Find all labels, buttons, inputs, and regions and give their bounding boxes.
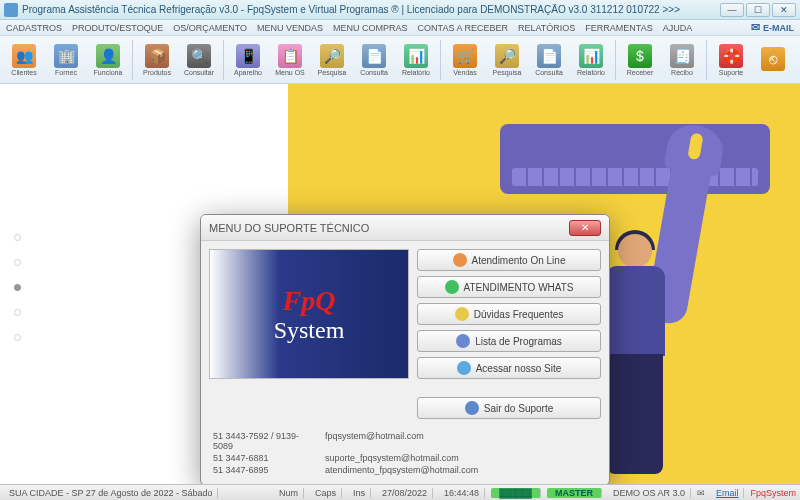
fornec-icon: 🏢 xyxy=(54,44,78,68)
menu-relat-rios[interactable]: RELATÓRIOS xyxy=(518,23,575,33)
toolbar-label: Vendas xyxy=(453,69,476,76)
slide-dot[interactable] xyxy=(14,234,21,241)
menu-ajuda[interactable]: AJUDA xyxy=(663,23,693,33)
slide-indicator[interactable] xyxy=(14,234,21,341)
atend-whats-button[interactable]: ATENDIMENTO WHATS xyxy=(417,276,601,298)
toolbar-label: Recibo xyxy=(671,69,693,76)
toolbar-separator xyxy=(132,40,133,80)
status-brand: FpqSystem xyxy=(750,488,796,498)
status-location: SUA CIDADE - SP 27 de Agosto de 2022 - S… xyxy=(4,488,218,498)
toolbar-pesquisa[interactable]: 🔎Pesquisa xyxy=(312,38,352,82)
atend-whats-icon xyxy=(445,280,459,294)
toolbar-consulta2[interactable]: 📄Consulta xyxy=(529,38,569,82)
toolbar-label: Pesquisa xyxy=(318,69,347,76)
duvidas-button[interactable]: Dúvidas Frequentes xyxy=(417,303,601,325)
fpqsystem-logo: FpQ System xyxy=(209,249,409,379)
menu-produto-estoque[interactable]: PRODUTO/ESTOQUE xyxy=(72,23,163,33)
minimize-button[interactable]: — xyxy=(720,3,744,17)
toolbar-sair[interactable]: ⎋ xyxy=(753,38,793,82)
status-email-link[interactable]: Email xyxy=(711,488,745,498)
atend-online-button[interactable]: Atendimento On Line xyxy=(417,249,601,271)
toolbar-fornec[interactable]: 🏢Fornec xyxy=(46,38,86,82)
toolbar-consulta[interactable]: 📄Consulta xyxy=(354,38,394,82)
duvidas-icon xyxy=(455,307,469,321)
consulta2-icon: 📄 xyxy=(537,44,561,68)
toolbar-aparelho[interactable]: 📱Aparelho xyxy=(228,38,268,82)
toolbar-consultar[interactable]: 🔍Consultar xyxy=(179,38,219,82)
toolbar-label: Clientes xyxy=(11,69,36,76)
receber-icon: $ xyxy=(628,44,652,68)
lista-prog-button[interactable]: Lista de Programas xyxy=(417,330,601,352)
button-label: Sair do Suporte xyxy=(484,403,554,414)
email-icon: ✉ xyxy=(697,488,705,498)
app-icon xyxy=(4,3,18,17)
toolbar-vendas[interactable]: 🛒Vendas xyxy=(445,38,485,82)
toolbar-label: Fornec xyxy=(55,69,77,76)
toolbar-label: Relatório xyxy=(577,69,605,76)
toolbar-label: Menu OS xyxy=(275,69,305,76)
slide-dot-active[interactable] xyxy=(14,284,21,291)
vendas-icon: 🛒 xyxy=(453,44,477,68)
contact-phone: 51 3447-6895 xyxy=(213,465,313,475)
sair-suporte-button[interactable]: Sair do Suporte xyxy=(417,397,601,419)
support-contacts: 51 3443-7592 / 9139-5089fpqsystem@hotmai… xyxy=(201,427,609,484)
toolbar-label: Aparelho xyxy=(234,69,262,76)
toolbar-pesquisa2[interactable]: 🔎Pesquisa xyxy=(487,38,527,82)
relatorio-icon: 📊 xyxy=(404,44,428,68)
contact-phone: 51 3443-7592 / 9139-5089 xyxy=(213,431,313,451)
toolbar-suporte[interactable]: 🛟Suporte xyxy=(711,38,751,82)
statusbar: SUA CIDADE - SP 27 de Agosto de 2022 - S… xyxy=(0,484,800,500)
toolbar-label: Receber xyxy=(627,69,653,76)
consulta-icon: 📄 xyxy=(362,44,386,68)
toolbar-separator xyxy=(440,40,441,80)
email-menu[interactable]: E-MAIL xyxy=(751,21,794,34)
toolbar-separator xyxy=(223,40,224,80)
menu-cadastros[interactable]: CADASTROS xyxy=(6,23,62,33)
toolbar-menuos[interactable]: 📋Menu OS xyxy=(270,38,310,82)
toolbar-funciona[interactable]: 👤Funciona xyxy=(88,38,128,82)
toolbar-separator xyxy=(706,40,707,80)
toolbar-produtos[interactable]: 📦Produtos xyxy=(137,38,177,82)
menuos-icon: 📋 xyxy=(278,44,302,68)
menu-ferramentas[interactable]: FERRAMENTAS xyxy=(585,23,652,33)
dialog-titlebar[interactable]: MENU DO SUPORTE TÉCNICO ✕ xyxy=(201,215,609,241)
toolbar-relatorio[interactable]: 📊Relatório xyxy=(396,38,436,82)
site-button[interactable]: Acessar nosso Site xyxy=(417,357,601,379)
relatorio2-icon: 📊 xyxy=(579,44,603,68)
toolbar-separator xyxy=(615,40,616,80)
atend-online-icon xyxy=(453,253,467,267)
aparelho-icon: 📱 xyxy=(236,44,260,68)
toolbar-recibo[interactable]: 🧾Recibo xyxy=(662,38,702,82)
produtos-icon: 📦 xyxy=(145,44,169,68)
sair-icon: ⎋ xyxy=(761,47,785,71)
site-icon xyxy=(457,361,471,375)
dialog-title: MENU DO SUPORTE TÉCNICO xyxy=(209,222,369,234)
slide-dot[interactable] xyxy=(14,334,21,341)
toolbar-relatorio2[interactable]: 📊Relatório xyxy=(571,38,611,82)
menu-menu-compras[interactable]: MENU COMPRAS xyxy=(333,23,408,33)
contact-phone: 51 3447-6881 xyxy=(213,453,313,463)
dialog-close-button[interactable]: ✕ xyxy=(569,220,601,236)
close-button[interactable]: ✕ xyxy=(772,3,796,17)
button-label: Dúvidas Frequentes xyxy=(474,309,564,320)
pesquisa2-icon: 🔎 xyxy=(495,44,519,68)
button-label: Lista de Programas xyxy=(475,336,562,347)
toolbar-label: Consulta xyxy=(535,69,563,76)
slide-dot[interactable] xyxy=(14,309,21,316)
toolbar-receber[interactable]: $Receber xyxy=(620,38,660,82)
status-demo: DEMO OS AR 3.0 xyxy=(608,488,691,498)
slide-dot[interactable] xyxy=(14,259,21,266)
sair-suporte-icon xyxy=(465,401,479,415)
funciona-icon: 👤 xyxy=(96,44,120,68)
window-title: Programa Assistência Técnica Refrigeraçã… xyxy=(22,4,720,15)
content-area: MENU DO SUPORTE TÉCNICO ✕ FpQ System Ate… xyxy=(0,84,800,484)
menu-os-or-amento[interactable]: OS/ORÇAMENTO xyxy=(173,23,247,33)
menu-menu-vendas[interactable]: MENU VENDAS xyxy=(257,23,323,33)
menu-contas-a-receber[interactable]: CONTAS A RECEBER xyxy=(418,23,508,33)
support-dialog: MENU DO SUPORTE TÉCNICO ✕ FpQ System Ate… xyxy=(200,214,610,484)
recibo-icon: 🧾 xyxy=(670,44,694,68)
toolbar-label: Pesquisa xyxy=(493,69,522,76)
toolbar-clientes[interactable]: 👥Clientes xyxy=(4,38,44,82)
maximize-button[interactable]: ☐ xyxy=(746,3,770,17)
contact-email: atendimento_fpqsystem@hotmail.com xyxy=(325,465,597,475)
